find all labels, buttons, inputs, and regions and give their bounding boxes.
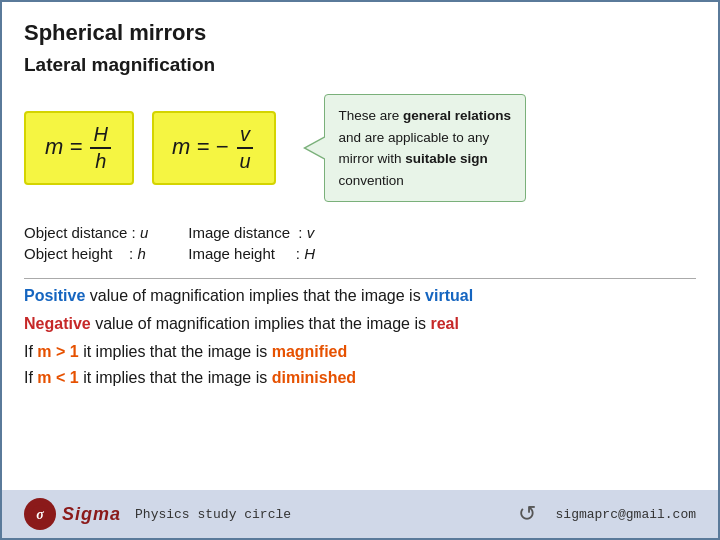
positive-line: Positive value of magnification implies … — [24, 287, 696, 305]
callout-line3: mirror with suitable sign — [339, 151, 488, 166]
condition-1: m > 1 — [37, 343, 78, 360]
if-prefix-1: If — [24, 343, 37, 360]
def-object-height: Object height : h — [24, 245, 148, 262]
if-prefix-2: If — [24, 369, 37, 386]
negative-line: Negative value of magnification implies … — [24, 315, 696, 333]
footer: σ Sigma Physics study circle ↺ sigmaprc@… — [2, 490, 718, 538]
section-subtitle: Lateral magnification — [24, 54, 696, 76]
def-col-1: Object distance : u Object height : h — [24, 224, 148, 262]
formula-text-1: m = H h — [45, 123, 113, 173]
if-rest-2: it implies that the image is — [83, 369, 272, 386]
footer-subtitle: Physics study circle — [135, 507, 291, 522]
page-title: Spherical mirrors — [24, 20, 696, 46]
divider — [24, 278, 696, 279]
virtual-label: virtual — [425, 287, 473, 304]
callout-line4: convention — [339, 173, 404, 188]
sigma-text: Sigma — [62, 504, 121, 525]
def-image-height: Image height : H — [188, 245, 315, 262]
svg-text:σ: σ — [36, 507, 44, 522]
formula-text-2: m = − v u — [172, 123, 256, 173]
def-col-2: Image distance : v Image height : H — [188, 224, 315, 262]
condition-2: m < 1 — [37, 369, 78, 386]
if-line-2: If m < 1 it implies that the image is di… — [24, 369, 696, 387]
positive-label: Positive — [24, 287, 85, 304]
callout-line2: and are applicable to any — [339, 130, 490, 145]
def-object-distance: Object distance : u — [24, 224, 148, 241]
magnified-label: magnified — [272, 343, 348, 360]
sigma-circle-icon: σ — [24, 498, 56, 530]
sigma-logo: σ Sigma — [24, 498, 121, 530]
formulas-row: m = H h m = − v u These are general rela… — [24, 94, 696, 202]
formula-box-1: m = H h — [24, 111, 134, 185]
positive-rest: value of magnification implies that the … — [90, 287, 425, 304]
callout-line1: These are general relations — [339, 108, 512, 123]
if-line-1: If m > 1 it implies that the image is ma… — [24, 343, 696, 361]
if-rest-1: it implies that the image is — [83, 343, 272, 360]
formula-box-2: m = − v u — [152, 111, 276, 185]
footer-email: sigmaprc@gmail.com — [556, 507, 696, 522]
definitions-row: Object distance : u Object height : h Im… — [24, 224, 696, 262]
footer-arrow-icon: ↺ — [518, 501, 536, 527]
negative-label: Negative — [24, 315, 91, 332]
def-image-distance: Image distance : v — [188, 224, 315, 241]
main-container: Spherical mirrors Lateral magnification … — [0, 0, 720, 540]
real-label: real — [430, 315, 458, 332]
diminished-label: diminished — [272, 369, 356, 386]
callout-box: These are general relations and are appl… — [324, 94, 527, 202]
negative-rest: value of magnification implies that the … — [95, 315, 430, 332]
